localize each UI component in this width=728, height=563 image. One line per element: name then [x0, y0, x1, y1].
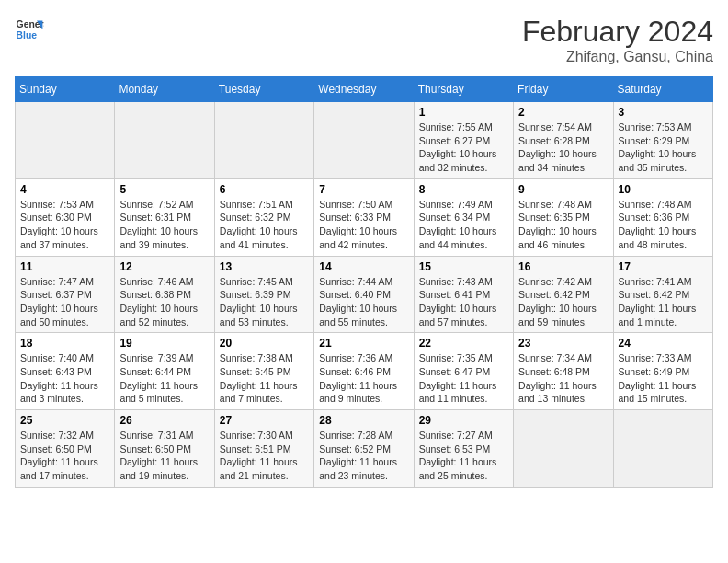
day-info: Sunrise: 7:42 AM Sunset: 6:42 PM Dayligh…	[518, 275, 608, 329]
calendar-cell: 21Sunrise: 7:36 AM Sunset: 6:46 PM Dayli…	[314, 333, 414, 410]
day-number: 16	[518, 260, 608, 273]
day-number: 10	[619, 183, 708, 196]
day-number: 29	[419, 414, 508, 427]
calendar-cell: 28Sunrise: 7:28 AM Sunset: 6:52 PM Dayli…	[314, 410, 414, 488]
day-number: 24	[619, 337, 708, 350]
calendar-cell	[115, 102, 214, 179]
day-info: Sunrise: 7:53 AM Sunset: 6:29 PM Dayligh…	[619, 121, 708, 175]
title-block: February 2024 Zhifang, Gansu, China	[522, 15, 713, 65]
calendar-week-3: 11Sunrise: 7:47 AM Sunset: 6:37 PM Dayli…	[16, 256, 713, 333]
day-number: 11	[20, 260, 109, 273]
calendar-cell: 19Sunrise: 7:39 AM Sunset: 6:44 PM Dayli…	[115, 333, 214, 410]
calendar-cell: 22Sunrise: 7:35 AM Sunset: 6:47 PM Dayli…	[414, 333, 513, 410]
day-number: 28	[319, 414, 408, 427]
calendar-week-5: 25Sunrise: 7:32 AM Sunset: 6:50 PM Dayli…	[16, 410, 713, 488]
day-number: 4	[20, 183, 109, 196]
calendar-cell: 14Sunrise: 7:44 AM Sunset: 6:40 PM Dayli…	[314, 256, 414, 333]
day-info: Sunrise: 7:36 AM Sunset: 6:46 PM Dayligh…	[319, 351, 408, 406]
day-info: Sunrise: 7:28 AM Sunset: 6:52 PM Dayligh…	[319, 429, 408, 483]
day-number: 1	[419, 106, 508, 119]
day-info: Sunrise: 7:41 AM Sunset: 6:42 PM Dayligh…	[619, 275, 708, 329]
calendar-table: SundayMondayTuesdayWednesdayThursdayFrid…	[15, 76, 713, 488]
day-info: Sunrise: 7:51 AM Sunset: 6:32 PM Dayligh…	[220, 198, 309, 252]
day-number: 25	[20, 414, 109, 427]
calendar-cell: 26Sunrise: 7:31 AM Sunset: 6:50 PM Dayli…	[115, 410, 214, 488]
calendar-cell: 24Sunrise: 7:33 AM Sunset: 6:49 PM Dayli…	[613, 333, 712, 410]
calendar-cell: 25Sunrise: 7:32 AM Sunset: 6:50 PM Dayli…	[16, 410, 115, 488]
day-info: Sunrise: 7:34 AM Sunset: 6:48 PM Dayligh…	[518, 351, 608, 406]
calendar-cell: 5Sunrise: 7:52 AM Sunset: 6:31 PM Daylig…	[115, 178, 214, 256]
day-info: Sunrise: 7:48 AM Sunset: 6:36 PM Dayligh…	[619, 198, 708, 252]
day-header-saturday: Saturday	[613, 77, 712, 102]
calendar-cell: 20Sunrise: 7:38 AM Sunset: 6:45 PM Dayli…	[214, 333, 313, 410]
day-info: Sunrise: 7:35 AM Sunset: 6:47 PM Dayligh…	[419, 351, 508, 406]
logo: General Blue	[15, 15, 44, 44]
day-info: Sunrise: 7:39 AM Sunset: 6:44 PM Dayligh…	[119, 351, 209, 406]
calendar-cell: 12Sunrise: 7:46 AM Sunset: 6:38 PM Dayli…	[115, 256, 214, 333]
logo-icon: General Blue	[15, 15, 44, 44]
day-info: Sunrise: 7:30 AM Sunset: 6:51 PM Dayligh…	[220, 429, 309, 483]
calendar-cell: 4Sunrise: 7:53 AM Sunset: 6:30 PM Daylig…	[16, 178, 115, 256]
day-number: 17	[619, 260, 708, 273]
day-header-tuesday: Tuesday	[214, 77, 313, 102]
calendar-cell: 7Sunrise: 7:50 AM Sunset: 6:33 PM Daylig…	[314, 178, 414, 256]
page-header: General Blue February 2024 Zhifang, Gans…	[15, 15, 713, 65]
calendar-week-1: 1Sunrise: 7:55 AM Sunset: 6:27 PM Daylig…	[16, 102, 713, 179]
day-info: Sunrise: 7:31 AM Sunset: 6:50 PM Dayligh…	[119, 429, 209, 483]
calendar-cell: 8Sunrise: 7:49 AM Sunset: 6:34 PM Daylig…	[414, 178, 513, 256]
day-number: 7	[319, 183, 408, 196]
calendar-cell: 17Sunrise: 7:41 AM Sunset: 6:42 PM Dayli…	[613, 256, 712, 333]
calendar-cell: 3Sunrise: 7:53 AM Sunset: 6:29 PM Daylig…	[613, 102, 712, 179]
day-info: Sunrise: 7:47 AM Sunset: 6:37 PM Dayligh…	[20, 275, 109, 329]
day-info: Sunrise: 7:53 AM Sunset: 6:30 PM Dayligh…	[20, 198, 109, 252]
day-info: Sunrise: 7:33 AM Sunset: 6:49 PM Dayligh…	[619, 351, 708, 406]
day-number: 2	[518, 106, 608, 119]
calendar-cell	[16, 102, 115, 179]
calendar-cell: 10Sunrise: 7:48 AM Sunset: 6:36 PM Dayli…	[613, 178, 712, 256]
day-number: 19	[119, 337, 209, 350]
day-number: 15	[419, 260, 508, 273]
calendar-cell: 1Sunrise: 7:55 AM Sunset: 6:27 PM Daylig…	[414, 102, 513, 179]
day-number: 12	[119, 260, 209, 273]
day-number: 26	[119, 414, 209, 427]
calendar-cell: 2Sunrise: 7:54 AM Sunset: 6:28 PM Daylig…	[514, 102, 613, 179]
calendar-cell: 13Sunrise: 7:45 AM Sunset: 6:39 PM Dayli…	[214, 256, 313, 333]
day-number: 14	[319, 260, 408, 273]
day-info: Sunrise: 7:27 AM Sunset: 6:53 PM Dayligh…	[419, 429, 508, 483]
day-number: 3	[619, 106, 708, 119]
calendar-subtitle: Zhifang, Gansu, China	[522, 49, 713, 65]
calendar-cell: 9Sunrise: 7:48 AM Sunset: 6:35 PM Daylig…	[514, 178, 613, 256]
calendar-cell	[314, 102, 414, 179]
day-number: 5	[119, 183, 209, 196]
day-info: Sunrise: 7:43 AM Sunset: 6:41 PM Dayligh…	[419, 275, 508, 329]
day-info: Sunrise: 7:40 AM Sunset: 6:43 PM Dayligh…	[20, 351, 109, 406]
day-header-wednesday: Wednesday	[314, 77, 414, 102]
day-header-monday: Monday	[115, 77, 214, 102]
calendar-cell	[514, 410, 613, 488]
day-info: Sunrise: 7:55 AM Sunset: 6:27 PM Dayligh…	[419, 121, 508, 175]
day-number: 23	[518, 337, 608, 350]
day-info: Sunrise: 7:45 AM Sunset: 6:39 PM Dayligh…	[220, 275, 309, 329]
svg-text:Blue: Blue	[17, 30, 38, 40]
day-number: 8	[419, 183, 508, 196]
calendar-cell	[214, 102, 313, 179]
day-number: 18	[20, 337, 109, 350]
day-number: 6	[220, 183, 309, 196]
calendar-cell: 11Sunrise: 7:47 AM Sunset: 6:37 PM Dayli…	[16, 256, 115, 333]
day-header-thursday: Thursday	[414, 77, 513, 102]
calendar-cell: 18Sunrise: 7:40 AM Sunset: 6:43 PM Dayli…	[16, 333, 115, 410]
calendar-cell: 23Sunrise: 7:34 AM Sunset: 6:48 PM Dayli…	[514, 333, 613, 410]
calendar-cell: 16Sunrise: 7:42 AM Sunset: 6:42 PM Dayli…	[514, 256, 613, 333]
calendar-cell: 29Sunrise: 7:27 AM Sunset: 6:53 PM Dayli…	[414, 410, 513, 488]
day-number: 22	[419, 337, 508, 350]
calendar-cell: 27Sunrise: 7:30 AM Sunset: 6:51 PM Dayli…	[214, 410, 313, 488]
calendar-cell: 6Sunrise: 7:51 AM Sunset: 6:32 PM Daylig…	[214, 178, 313, 256]
day-info: Sunrise: 7:50 AM Sunset: 6:33 PM Dayligh…	[319, 198, 408, 252]
day-info: Sunrise: 7:52 AM Sunset: 6:31 PM Dayligh…	[119, 198, 209, 252]
calendar-cell: 15Sunrise: 7:43 AM Sunset: 6:41 PM Dayli…	[414, 256, 513, 333]
day-number: 21	[319, 337, 408, 350]
day-info: Sunrise: 7:49 AM Sunset: 6:34 PM Dayligh…	[419, 198, 508, 252]
day-info: Sunrise: 7:32 AM Sunset: 6:50 PM Dayligh…	[20, 429, 109, 483]
day-header-sunday: Sunday	[16, 77, 115, 102]
day-info: Sunrise: 7:38 AM Sunset: 6:45 PM Dayligh…	[220, 351, 309, 406]
